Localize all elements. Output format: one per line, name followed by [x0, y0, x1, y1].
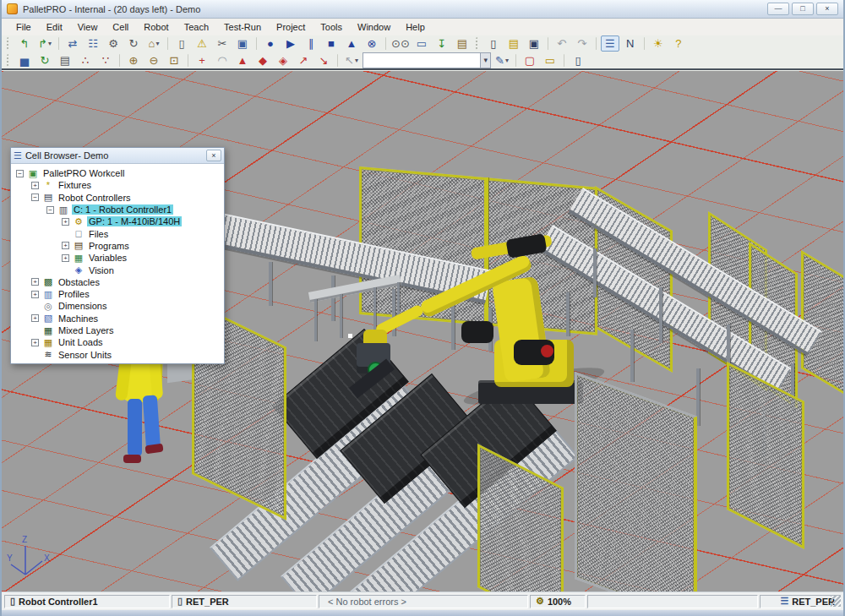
- minimize-button[interactable]: —: [767, 3, 789, 15]
- cell-browser-toggle-icon[interactable]: ☰: [601, 35, 619, 52]
- report-icon[interactable]: ▤: [56, 52, 74, 68]
- menu-window[interactable]: Window: [350, 20, 398, 34]
- tree-expander[interactable]: −: [16, 170, 24, 177]
- stop-icon[interactable]: ■: [322, 35, 341, 52]
- play-icon[interactable]: ▶: [281, 35, 300, 52]
- profile-chart-icon[interactable]: ▅: [15, 52, 34, 68]
- tree-item-vision[interactable]: ◈ Vision: [13, 264, 222, 275]
- tree-item-variables[interactable]: + ▦ Variables: [13, 252, 222, 264]
- eject-icon[interactable]: ▲: [342, 35, 361, 52]
- variables-icon: ▦: [73, 253, 84, 264]
- tool-select-icon[interactable]: ⌂: [144, 35, 163, 52]
- orbit-view-icon[interactable]: ◠: [213, 52, 232, 68]
- tree-expander[interactable]: +: [62, 254, 69, 262]
- files-icon: ◻: [73, 228, 84, 239]
- ruler-icon[interactable]: ▭: [541, 52, 559, 68]
- transfer-group-icon[interactable]: ⇄: [63, 35, 82, 52]
- tree-item-dimensions[interactable]: ◎ Dimensions: [13, 300, 222, 312]
- zoom-in-icon[interactable]: ⊕: [124, 52, 143, 68]
- jog-frame-icon[interactable]: ↱: [35, 35, 54, 52]
- new-cell-icon[interactable]: ▯: [484, 35, 503, 52]
- zoom-window-icon[interactable]: ⊡: [165, 52, 183, 68]
- panel-window-icon[interactable]: ▭: [412, 35, 431, 52]
- tree-expander[interactable]: +: [31, 291, 39, 298]
- cell-browser-title-bar[interactable]: ☰ Cell Browser- Demo ×: [11, 148, 224, 164]
- record-icon[interactable]: ●: [261, 35, 280, 52]
- tree-expander[interactable]: +: [31, 314, 39, 322]
- viewport-3d[interactable]: Z X Y ☰ Cell Browser- Demo × − ▣ PalletP…: [2, 71, 843, 591]
- pan-view-icon[interactable]: +: [193, 52, 211, 68]
- menu-test-run[interactable]: Test-Run: [216, 20, 269, 34]
- pause-icon[interactable]: ∥: [302, 35, 320, 52]
- tree-item-profiles[interactable]: + ▥ Profiles: [13, 288, 222, 300]
- selection-combobox[interactable]: [363, 52, 491, 68]
- tree-expander[interactable]: −: [46, 206, 54, 214]
- undo-icon[interactable]: ↶: [553, 35, 571, 52]
- tree-item-sensor-units[interactable]: ≋ Sensor Units: [13, 348, 222, 360]
- copy-cell-icon[interactable]: ▤: [453, 35, 472, 52]
- import-icon[interactable]: ↧: [433, 35, 451, 52]
- tree-item-workcell[interactable]: − ▣ PalletPRO Workcell: [13, 167, 222, 179]
- resize-grip[interactable]: [831, 595, 841, 607]
- teach-pendant-icon[interactable]: ▣: [233, 35, 252, 52]
- lamp-icon[interactable]: ☀: [649, 35, 668, 52]
- hierarchy-icon[interactable]: ∴: [76, 52, 95, 68]
- tree-expander[interactable]: +: [31, 182, 39, 189]
- tree-item-mixed-layers[interactable]: ▦ Mixed Layers: [13, 324, 222, 336]
- refresh-icon[interactable]: ↻: [35, 52, 54, 68]
- cell-browser-close-button[interactable]: ×: [206, 150, 221, 161]
- turn-adjust-icon[interactable]: ↻: [124, 35, 143, 52]
- menu-view[interactable]: View: [70, 20, 106, 34]
- touchup-icon[interactable]: ✎: [493, 52, 511, 68]
- hierarchy-alt-icon[interactable]: ∵: [96, 52, 115, 68]
- snap-target-icon[interactable]: ↗: [294, 52, 313, 68]
- tree-item-files[interactable]: ◻ Files: [13, 227, 222, 239]
- tree-item-programs[interactable]: + ▤ Programs: [13, 240, 222, 252]
- move-object-vertical-icon[interactable]: ▲: [233, 52, 252, 68]
- tree-item-robot-controllers[interactable]: − ▤ Robot Controllers: [13, 192, 222, 204]
- menu-help[interactable]: Help: [398, 20, 433, 34]
- open-cell-icon[interactable]: ▤: [504, 35, 523, 52]
- tree-item-machines[interactable]: + ▧ Machines: [13, 313, 222, 324]
- menu-tools[interactable]: Tools: [313, 20, 350, 34]
- abort-icon[interactable]: ⊗: [363, 35, 381, 52]
- close-button[interactable]: ×: [816, 3, 838, 15]
- mouse-settings-icon[interactable]: ▯: [569, 52, 587, 68]
- menu-robot[interactable]: Robot: [136, 20, 176, 34]
- find-icon[interactable]: ⊙⊙: [390, 35, 411, 52]
- tree-item-obstacles[interactable]: + ▩ Obstacles: [13, 276, 222, 288]
- workcell-group-icon[interactable]: ☷: [84, 35, 102, 52]
- tree-expander[interactable]: +: [31, 278, 39, 286]
- move-object-horizontal-icon[interactable]: ◆: [254, 52, 272, 68]
- tree-item-unit-loads[interactable]: + ▦ Unit Loads: [13, 336, 222, 348]
- save-cell-icon[interactable]: ▣: [525, 35, 543, 52]
- menu-project[interactable]: Project: [269, 20, 313, 34]
- menu-teach[interactable]: Teach: [177, 20, 216, 34]
- menu-file[interactable]: File: [8, 20, 39, 34]
- mouse-mode-icon[interactable]: ↖: [342, 52, 361, 68]
- tree-expander[interactable]: +: [31, 339, 39, 346]
- zoom-out-icon[interactable]: ⊖: [144, 52, 163, 68]
- help-icon[interactable]: ?: [669, 35, 688, 52]
- joint-jog-icon[interactable]: ⚙: [104, 35, 123, 52]
- tree-expander[interactable]: +: [62, 218, 69, 226]
- alarm-warning-icon[interactable]: ⚠: [193, 35, 211, 52]
- tree-item-robot-group[interactable]: + ⚙ GP: 1 - M-410iB/140H: [13, 215, 222, 227]
- tree-expander[interactable]: +: [62, 242, 69, 249]
- menu-edit[interactable]: Edit: [39, 20, 70, 34]
- redo-icon[interactable]: ↷: [573, 35, 592, 52]
- machines-icon: ▧: [42, 313, 54, 324]
- jog-tool-icon[interactable]: ↰: [15, 35, 34, 52]
- sort-icon[interactable]: N: [621, 35, 640, 52]
- status-controller: ▯ Robot Controller1: [4, 595, 170, 608]
- tree-expander[interactable]: −: [31, 194, 39, 201]
- tree-item-controller1[interactable]: − ▥ C: 1 - Robot Controller1: [13, 204, 222, 215]
- maximize-button[interactable]: □: [792, 3, 814, 15]
- tree-item-fixtures[interactable]: + * Fixtures: [13, 179, 222, 191]
- wireframe-cube-icon[interactable]: ▢: [521, 52, 539, 68]
- robot-home-icon[interactable]: ▯: [172, 35, 191, 52]
- snap-origin-icon[interactable]: ↘: [314, 52, 333, 68]
- menu-cell[interactable]: Cell: [105, 20, 136, 34]
- move-object-free-icon[interactable]: ◈: [274, 52, 292, 68]
- measure-icon[interactable]: ✂: [213, 35, 232, 52]
